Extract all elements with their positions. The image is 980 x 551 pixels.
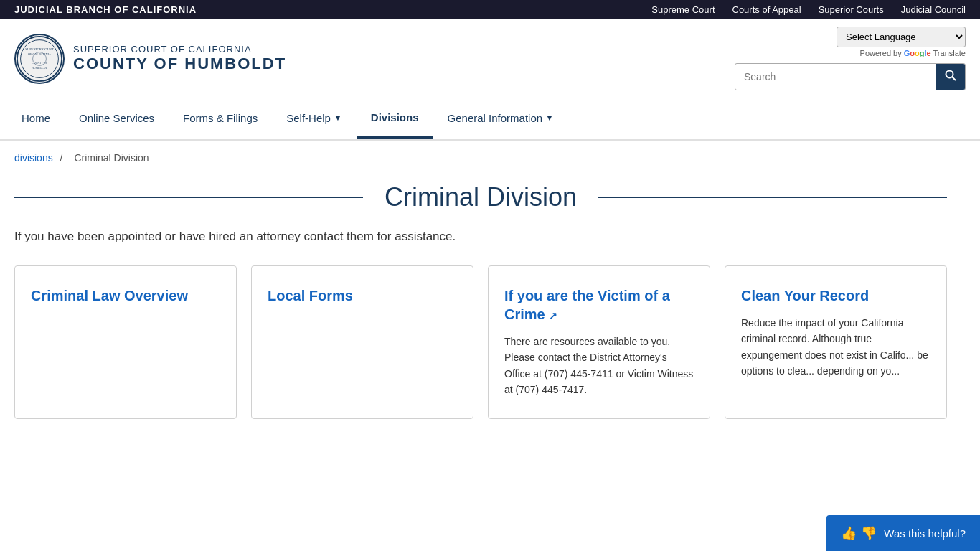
nav-home[interactable]: Home: [7, 98, 65, 139]
svg-point-0: [17, 36, 62, 80]
chevron-down-icon-general: ▼: [545, 113, 554, 123]
intro-text: If you have been appointed or have hired…: [14, 230, 947, 244]
nav-general-information[interactable]: General Information ▼: [433, 98, 568, 139]
nav-supreme-court[interactable]: Supreme Court: [651, 4, 715, 15]
top-bar: JUDICIAL BRANCH OF CALIFORNIA Supreme Co…: [0, 0, 980, 19]
nav-courts-of-appeal[interactable]: Courts of Appeal: [732, 4, 801, 15]
card-body-victim-of-crime: There are resources available to you. Pl…: [504, 334, 694, 398]
card-title-clean-your-record[interactable]: Clean Your Record: [741, 286, 930, 305]
chevron-down-icon: ▼: [334, 113, 342, 123]
top-bar-title: JUDICIAL BRANCH OF CALIFORNIA: [14, 4, 197, 15]
svg-text:OF CALIFORNIA: OF CALIFORNIA: [28, 52, 52, 56]
breadcrumb-separator: /: [60, 152, 66, 164]
card-clean-your-record: Clean Your Record Reduce the impact of y…: [725, 265, 947, 419]
top-bar-links: Supreme Court Courts of Appeal Superior …: [651, 4, 966, 15]
main-nav: Home Online Services Forms & Filings Sel…: [0, 98, 980, 141]
card-local-forms: Local Forms: [251, 265, 473, 419]
card-title-victim-of-crime[interactable]: If you are the Victim of a Crime ↗: [504, 286, 694, 324]
page-title-wrapper: Criminal Division: [14, 182, 947, 212]
card-body-clean-your-record: Reduce the impact of your California cri…: [741, 315, 930, 380]
external-link-icon: ↗: [549, 310, 557, 321]
card-victim-of-crime: If you are the Victim of a Crime ↗ There…: [488, 265, 710, 419]
court-name-line1: SUPERIOR COURT OF CALIFORNIA: [73, 44, 286, 55]
breadcrumb-divisions[interactable]: divisions: [14, 152, 53, 164]
page-content: Criminal Division If you have been appoi…: [0, 175, 961, 448]
cards-grid: Criminal Law Overview Local Forms If you…: [14, 265, 947, 419]
language-select[interactable]: Select Language: [837, 27, 966, 47]
powered-by: Powered by Google Translate: [860, 49, 966, 57]
svg-text:SUPERIOR COURT: SUPERIOR COURT: [25, 47, 54, 50]
card-criminal-law-overview: Criminal Law Overview: [14, 265, 237, 419]
breadcrumb: divisions / Criminal Division: [0, 141, 980, 175]
search-bar: [735, 63, 966, 90]
svg-text:HUMBOLDT: HUMBOLDT: [32, 67, 47, 70]
nav-divisions[interactable]: Divisions: [357, 98, 433, 139]
court-name: SUPERIOR COURT OF CALIFORNIA COUNTY OF H…: [73, 44, 286, 74]
site-logo: SUPERIOR COURT OF CALIFORNIA COUNTY OF H…: [14, 34, 286, 84]
site-header: SUPERIOR COURT OF CALIFORNIA COUNTY OF H…: [0, 19, 980, 98]
nav-judicial-council[interactable]: Judicial Council: [901, 4, 966, 15]
svg-line-8: [953, 77, 956, 81]
card-title-local-forms[interactable]: Local Forms: [268, 286, 457, 305]
header-right: Select Language Powered by Google Transl…: [735, 27, 966, 90]
court-name-line2: COUNTY OF HUMBOLDT: [73, 55, 286, 73]
nav-self-help[interactable]: Self-Help ▼: [272, 98, 357, 139]
title-line-right: [598, 197, 947, 198]
nav-superior-courts[interactable]: Superior Courts: [819, 4, 884, 15]
search-input[interactable]: [735, 65, 936, 88]
title-line-left: [14, 197, 363, 198]
page-title: Criminal Division: [363, 182, 598, 212]
nav-online-services[interactable]: Online Services: [65, 98, 169, 139]
breadcrumb-current: Criminal Division: [74, 152, 149, 164]
translate-wrapper: Select Language Powered by Google Transl…: [837, 27, 966, 57]
search-button[interactable]: [936, 64, 965, 90]
nav-forms-filings[interactable]: Forms & Filings: [169, 98, 272, 139]
court-seal: SUPERIOR COURT OF CALIFORNIA COUNTY OF H…: [14, 34, 65, 84]
card-title-criminal-law-overview[interactable]: Criminal Law Overview: [31, 286, 220, 305]
svg-point-7: [946, 71, 953, 78]
